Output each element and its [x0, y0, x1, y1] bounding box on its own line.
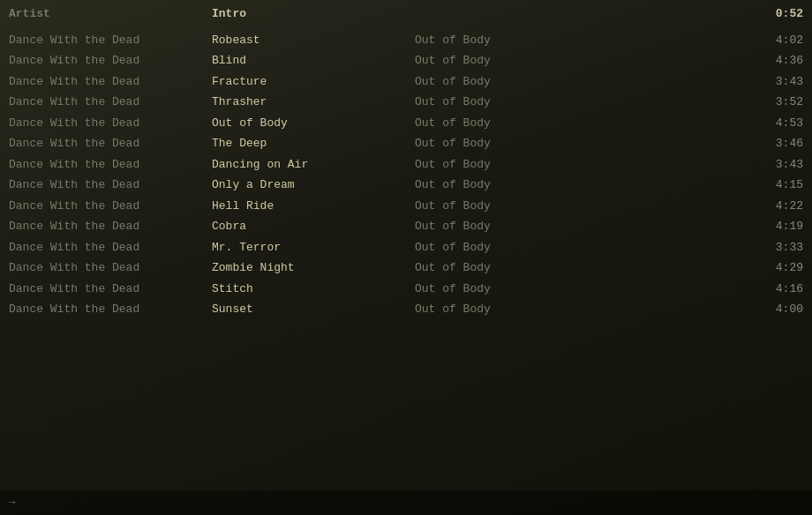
header-title: Intro — [212, 5, 415, 23]
track-row[interactable]: Dance With the DeadDancing on AirOut of … — [0, 154, 812, 175]
header-artist: Artist — [9, 5, 212, 23]
track-duration: 4:36 — [591, 52, 803, 70]
track-row[interactable]: Dance With the DeadBlindOut of Body4:36 — [0, 50, 812, 71]
track-album: Out of Body — [415, 259, 591, 277]
track-row[interactable]: Dance With the DeadHell RideOut of Body4… — [0, 196, 812, 217]
track-title: Mr. Terror — [212, 239, 415, 257]
track-title: Dancing on Air — [212, 156, 415, 174]
track-duration: 3:43 — [591, 156, 803, 174]
track-list: Artist Intro 0:52 — [0, 0, 812, 30]
track-artist: Dance With the Dead — [9, 176, 212, 194]
track-title: Robeast — [212, 32, 415, 49]
track-title: Zombie Night — [212, 259, 415, 277]
track-title: Sunset — [212, 301, 415, 318]
track-album: Out of Body — [415, 93, 591, 111]
header-duration: 0:52 — [591, 5, 803, 23]
track-album: Out of Body — [415, 32, 591, 49]
track-album: Out of Body — [415, 280, 591, 298]
track-row[interactable]: Dance With the DeadSunsetOut of Body4:00 — [0, 299, 812, 320]
track-duration: 4:15 — [591, 176, 803, 194]
track-artist: Dance With the Dead — [9, 32, 212, 49]
track-album: Out of Body — [415, 115, 591, 132]
track-row[interactable]: Dance With the DeadThe DeepOut of Body3:… — [0, 133, 812, 154]
bottom-bar: → — [0, 490, 812, 515]
track-duration: 4:16 — [591, 280, 803, 298]
track-title: Stitch — [212, 280, 415, 298]
track-row[interactable]: Dance With the DeadOnly a DreamOut of Bo… — [0, 175, 812, 196]
track-duration: 3:46 — [591, 135, 803, 153]
track-album: Out of Body — [415, 218, 591, 235]
track-row[interactable]: Dance With the DeadThrasherOut of Body3:… — [0, 92, 812, 113]
rows-container: Dance With the DeadRobeastOut of Body4:0… — [0, 30, 812, 320]
track-duration: 4:02 — [591, 32, 803, 49]
header-album — [415, 5, 591, 23]
track-artist: Dance With the Dead — [9, 259, 212, 277]
track-artist: Dance With the Dead — [9, 198, 212, 215]
track-duration: 4:22 — [591, 198, 803, 215]
track-list-header: Artist Intro 0:52 — [0, 4, 812, 25]
track-album: Out of Body — [415, 176, 591, 194]
track-album: Out of Body — [415, 239, 591, 257]
track-artist: Dance With the Dead — [9, 239, 212, 257]
track-row[interactable]: Dance With the DeadZombie NightOut of Bo… — [0, 258, 812, 279]
track-title: Fracture — [212, 73, 415, 91]
track-artist: Dance With the Dead — [9, 218, 212, 235]
track-row[interactable]: Dance With the DeadMr. TerrorOut of Body… — [0, 237, 812, 258]
track-artist: Dance With the Dead — [9, 135, 212, 153]
track-duration: 4:00 — [591, 301, 803, 318]
arrow-icon: → — [9, 496, 15, 509]
track-duration: 4:53 — [591, 115, 803, 132]
track-album: Out of Body — [415, 73, 591, 91]
track-title: Hell Ride — [212, 198, 415, 215]
track-title: Blind — [212, 52, 415, 70]
track-row[interactable]: Dance With the DeadStitchOut of Body4:16 — [0, 279, 812, 300]
track-artist: Dance With the Dead — [9, 73, 212, 91]
track-row[interactable]: Dance With the DeadOut of BodyOut of Bod… — [0, 113, 812, 134]
track-duration: 3:33 — [591, 239, 803, 257]
track-artist: Dance With the Dead — [9, 115, 212, 132]
track-album: Out of Body — [415, 135, 591, 153]
track-title: Only a Dream — [212, 176, 415, 194]
track-row[interactable]: Dance With the DeadFractureOut of Body3:… — [0, 71, 812, 93]
track-title: Out of Body — [212, 115, 415, 132]
track-artist: Dance With the Dead — [9, 301, 212, 318]
track-title: The Deep — [212, 135, 415, 153]
track-artist: Dance With the Dead — [9, 93, 212, 111]
track-title: Cobra — [212, 218, 415, 235]
track-artist: Dance With the Dead — [9, 52, 212, 70]
track-album: Out of Body — [415, 156, 591, 174]
track-duration: 3:43 — [591, 73, 803, 91]
track-album: Out of Body — [415, 301, 591, 318]
track-row[interactable]: Dance With the DeadCobraOut of Body4:19 — [0, 216, 812, 237]
track-row[interactable]: Dance With the DeadRobeastOut of Body4:0… — [0, 30, 812, 51]
track-album: Out of Body — [415, 198, 591, 215]
track-album: Out of Body — [415, 52, 591, 70]
track-duration: 3:52 — [591, 93, 803, 111]
track-title: Thrasher — [212, 93, 415, 111]
track-duration: 4:19 — [591, 218, 803, 235]
track-artist: Dance With the Dead — [9, 280, 212, 298]
track-duration: 4:29 — [591, 259, 803, 277]
track-artist: Dance With the Dead — [9, 156, 212, 174]
